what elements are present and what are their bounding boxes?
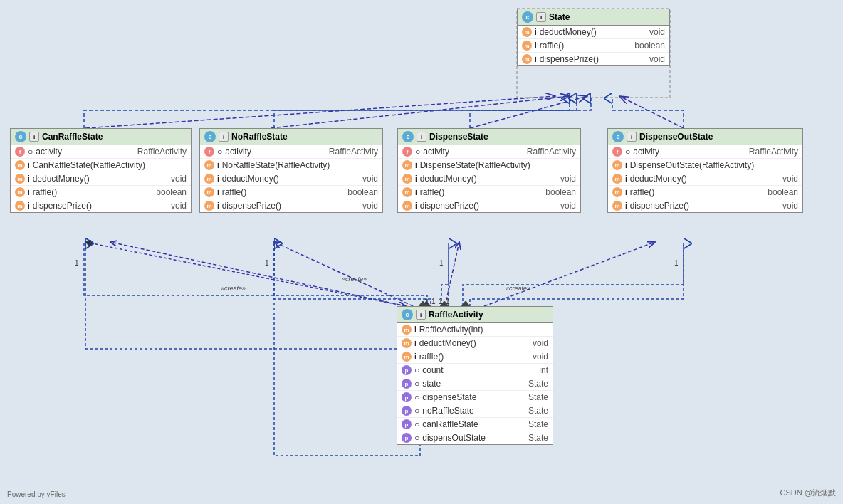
no-field-name: activity [225,147,320,157]
ra-field-5: canRaffleState [422,419,520,429]
impl-icon-can-3: i [28,201,30,211]
no-method-3: dispensePrize() [222,201,354,211]
can-type-3: void [165,201,187,211]
can-method-2: raffle() [33,187,148,197]
mult-1-noraffle: 1 [265,259,269,267]
can-class-icon: c [15,131,26,142]
norafflestate-name: NoRaffleState [231,132,288,142]
ra-ftype-2: State [523,379,548,389]
m-icon-no-c: m [204,160,214,170]
can-field-type: RaffleActivity [132,147,187,157]
no-method-deduct: m i deductMoney() void [200,172,382,186]
footer-left: Powered by yFiles [7,490,66,498]
impl-icon-out-1: i [625,174,627,184]
m-icon-dis-c: m [402,160,412,170]
ra-method-deduct: m i deductMoney() void [397,337,553,350]
dispenseoutstate-class: c i DispenseOutState f ○ activity Raffle… [607,128,803,213]
ra-field-dispensoutstate: p ○ dispensOutState State [397,431,553,444]
create-label-1: «create» [221,285,246,292]
impl-icon-ra-p1: ○ [414,365,419,375]
impl-icon-out-2: i [625,187,627,197]
ra-constructor: m i RaffleActivity(int) [397,323,553,337]
no-type-3: void [357,201,378,211]
can-type-1: void [165,174,187,184]
no-impl-icon: i [219,132,229,142]
raffleactivity-class: c i RaffleActivity m i RaffleActivity(in… [397,306,553,445]
method-name-2: raffle() [540,41,627,51]
impl-icon-dis-3: i [415,201,417,211]
m-icon-out-c: m [612,160,622,170]
state-method-deductmoney: m i deductMoney() void [518,26,669,39]
state-class-name: State [549,12,570,22]
svg-line-6 [445,242,459,306]
dis-type-1: void [555,174,576,184]
ra-field-norafflestate: p ○ noRaffleState State [397,404,553,418]
ra-ftype-4: State [523,406,548,416]
dis-constructor-name: DispenseState(RaffleActivity) [420,160,576,170]
impl-icon-3: i [535,54,537,64]
ra-ftype-6: State [523,433,548,443]
m-icon-ra-2: m [402,352,412,362]
ra-ftype-5: State [523,419,548,429]
dis-method-2: raffle() [420,187,538,197]
dis-field-type: RaffleActivity [521,147,576,157]
ra-method-2: raffle() [419,352,524,362]
svg-text:1: 1 [439,298,443,305]
no-method-raffle: m i raffle() boolean [200,186,382,199]
impl-icon-ra-p2: ○ [414,379,419,389]
can-method-1: deductMoney() [33,174,162,184]
can-constructor: m i CanRaffleState(RaffleActivity) [11,159,191,172]
impl-icon-out-3: i [625,201,627,211]
norafflestate-class: c i NoRaffleState f ○ activity RaffleAct… [199,128,383,213]
out-field-name: activity [633,147,740,157]
ra-field-state: p ○ state State [397,377,553,391]
impl-icon-dis-c: i [415,160,417,170]
impl-icon-ra-p4: ○ [414,406,419,416]
dispensestate-header: c i DispenseState [398,129,580,145]
create-label-3: «create» [506,285,530,292]
out-constructor: m i DispenseOutState(RaffleActivity) [608,159,802,172]
f-icon-dis: f [402,147,412,157]
canrafflestate-class: c i CanRaffleState f ○ activity RaffleAc… [10,128,192,213]
state-class-icon: c [522,11,533,23]
dis-method-deduct: m i deductMoney() void [398,172,580,186]
svg-line-1 [271,96,570,128]
canrafflestate-header: c i CanRaffleState [11,129,191,145]
svg-text:1: 1 [431,298,436,305]
p-icon-ra-3: p [402,392,412,402]
can-field-activity: f ○ activity RaffleActivity [11,145,191,159]
ra-class-icon: c [402,309,413,320]
out-method-deduct: m i deductMoney() void [608,172,802,186]
ra-type-1: void [527,338,548,348]
norafflestate-header: c i NoRaffleState [200,129,382,145]
svg-line-7 [484,242,655,306]
no-type-1: void [357,174,378,184]
impl-icon-can-c: i [28,160,30,170]
svg-text:1: 1 [424,298,429,305]
impl-icon-ra-p6: ○ [414,433,419,443]
ra-impl-icon: i [416,310,426,320]
svg-line-2 [470,96,587,128]
out-impl-icon: i [627,132,637,142]
m-icon-dis-1: m [402,174,412,184]
no-constructor-name: NoRaffleState(RaffleActivity) [222,160,378,170]
raffleactivity-name: RaffleActivity [429,310,483,320]
dis-method-dispense: m i dispensePrize() void [398,199,580,212]
dis-field-name: activity [423,147,518,157]
p-icon-ra-2: p [402,379,412,389]
method-type-1: void [644,27,665,37]
svg-line-5 [274,242,413,306]
dis-field-activity: f ○ activity RaffleActivity [398,145,580,159]
m-icon-3: m [522,54,532,64]
can-method-raffle: m i raffle() boolean [11,186,191,199]
dispenseoutstate-header: c i DispenseOutState [608,129,802,145]
state-class: c i State m i deductMoney() void m i raf… [517,9,670,66]
ra-ftype-3: State [523,392,548,402]
out-method-raffle: m i raffle() boolean [608,186,802,199]
dis-type-3: void [555,201,576,211]
impl-icon-dis-f: ○ [415,147,420,157]
impl-icon-ra-2: i [414,352,417,362]
state-impl-icon: i [536,12,546,22]
can-type-2: boolean [150,187,187,197]
ra-type-2: void [527,352,548,362]
